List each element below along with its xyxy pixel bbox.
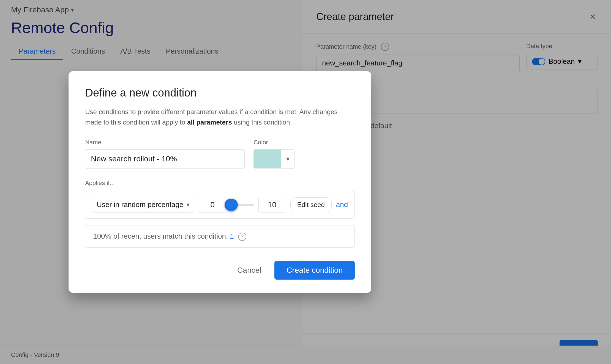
condition-color-group: Color ▾ xyxy=(253,139,295,169)
condition-color-label: Color xyxy=(253,139,295,146)
applies-if-label: Applies if... xyxy=(85,180,355,187)
color-dropdown[interactable]: ▾ xyxy=(253,149,295,169)
modal-desc-bold: all parameters xyxy=(187,118,232,126)
range-min-input[interactable] xyxy=(199,197,226,213)
condition-type-label: User in random percentage xyxy=(97,200,183,209)
match-help-icon[interactable]: ? xyxy=(238,233,246,241)
color-swatch xyxy=(254,150,281,168)
define-condition-modal: Define a new condition Use conditions to… xyxy=(69,71,371,293)
condition-row: User in random percentage ▾ Edit seed an… xyxy=(85,191,355,219)
color-dropdown-arrow: ▾ xyxy=(281,150,294,168)
modal-desc-part2: using this condition. xyxy=(234,118,292,126)
condition-name-input[interactable] xyxy=(85,149,245,169)
name-color-row: Name Color ▾ xyxy=(85,139,355,169)
modal-cancel-button[interactable]: Cancel xyxy=(231,261,268,279)
match-count-link[interactable]: 1 xyxy=(230,232,234,240)
modal-description: Use conditions to provide different para… xyxy=(85,107,355,128)
modal-title: Define a new condition xyxy=(85,87,355,99)
match-text: 100% of recent users match this conditio… xyxy=(93,232,228,240)
condition-type-dropdown[interactable]: User in random percentage ▾ xyxy=(92,197,194,213)
and-link[interactable]: and xyxy=(336,200,348,209)
condition-type-arrow: ▾ xyxy=(187,201,190,208)
edit-seed-button[interactable]: Edit seed xyxy=(290,197,332,212)
create-condition-button[interactable]: Create condition xyxy=(274,261,355,280)
slider-thumb-right[interactable] xyxy=(226,199,238,211)
match-info-box: 100% of recent users match this conditio… xyxy=(85,225,355,248)
range-max-input[interactable] xyxy=(258,197,286,213)
condition-name-group: Name xyxy=(85,139,245,169)
range-slider[interactable] xyxy=(231,199,254,210)
slider-track xyxy=(231,204,254,206)
modal-footer: Cancel Create condition xyxy=(85,261,355,280)
condition-name-label: Name xyxy=(85,139,245,146)
